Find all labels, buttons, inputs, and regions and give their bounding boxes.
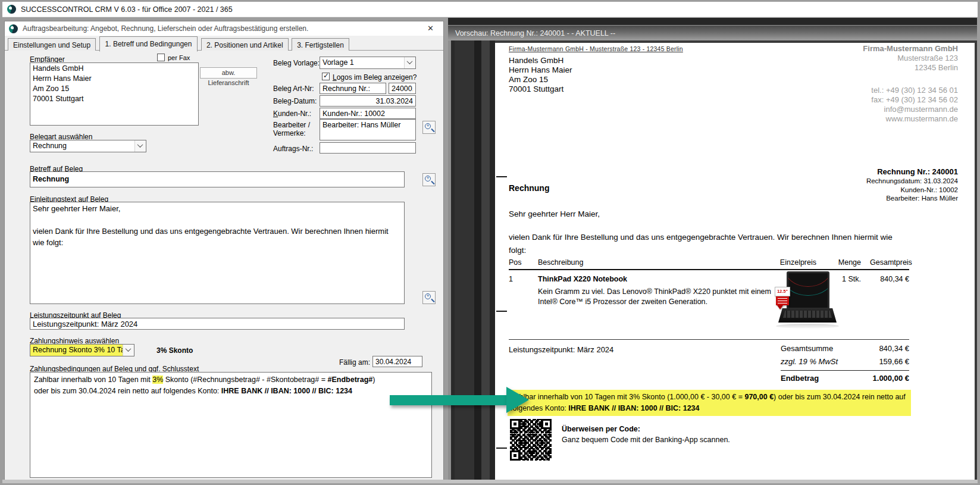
col-header-menge: Menge [825, 258, 861, 267]
app-logo-icon [7, 5, 16, 14]
laptop-shadow [776, 324, 839, 328]
fold-mark [496, 311, 507, 312]
auftrags-nr-input[interactable] [320, 142, 416, 154]
qr-caption-title: Überweisen per Code: [562, 425, 640, 433]
qr-code [509, 418, 553, 462]
beleg-art-text-input[interactable] [320, 83, 386, 94]
conditions-text: Zahlbar innerhalb von 10 Tagen mit [34, 376, 152, 384]
salutation: Sehr geehrter Herr Maier, [509, 209, 600, 218]
col-header-einzelpreis: Einzelpreis [757, 258, 816, 267]
logos-checkbox[interactable]: ✓ [322, 73, 330, 80]
chevron-down-icon[interactable] [404, 57, 415, 68]
screen: SUCCESSCONTROL CRM V 6.03 - für Office 2… [0, 0, 980, 485]
betreff-input[interactable]: Rechnung [30, 171, 405, 187]
zahlungsbedingungen-input[interactable]: Zahlbar innerhalb von 10 Tagen mit 3% Sk… [30, 372, 432, 478]
invoice-date: Rechnungsdatum: 31.03.2024 [866, 177, 958, 186]
dialog-title: Auftragsbearbeitung: Angebot, Rechnung, … [23, 24, 308, 33]
qr-caption-sub: Ganz bequem Code mit der Banking-App sca… [562, 436, 730, 444]
conditions-bank-bold: IHRE BANK // IBAN: 1000 // BIC: 1234 [221, 387, 352, 395]
bottom-bar [2, 480, 978, 483]
magnifier-icon [425, 123, 431, 129]
total-label-gesamtsumme: Gesamtsumme [781, 344, 833, 353]
document-heading: Rechnung [509, 183, 549, 193]
total-label-mwst: zzgl. 19 % MwSt [781, 357, 838, 366]
bearbeiter-input[interactable]: Bearbeiter: Hans Müller [320, 119, 416, 140]
dialog-body: Empfänger per Fax Handels GmbH Herrn Han… [5, 51, 443, 480]
per-fax-checkbox[interactable] [157, 54, 165, 61]
col-header-beschreibung: Beschreibung [538, 258, 583, 267]
abw-lieferanschrift-button[interactable]: abw. Lieferanschrift [200, 67, 257, 79]
tab-einstellungen[interactable]: Einstellungen und Setup [8, 38, 96, 51]
chevron-down-icon[interactable] [123, 345, 134, 356]
leistungszeitpunkt-input[interactable] [30, 318, 405, 330]
highlight-bank-bold: IHRE BANK // IBAN: 1000 // BIC: 1234 [568, 404, 699, 412]
annotation-arrow [390, 395, 506, 405]
item-pos: 1 [509, 275, 513, 283]
col-header-gesamtpreis: Gesamtpreis [870, 258, 909, 267]
faellig-am-label: Fällig am: [339, 358, 370, 367]
total-value-endbetrag: 1.000,00 € [840, 374, 909, 383]
einleitungstext-input[interactable]: Sehr geehrter Herr Maier, vielen Dank fü… [30, 202, 405, 304]
annotation-arrow-head [506, 387, 529, 413]
company-email: info@mustermann.de [863, 105, 958, 114]
beleg-art-nr-input[interactable] [389, 83, 416, 94]
tab-betreff-bedingungen[interactable]: 1. Betreff und Bedingungen [99, 36, 198, 52]
beleg-vorlage-value: Vorlage 1 [320, 57, 404, 68]
laptop-keyboard [783, 311, 832, 318]
company-name: Firma-Mustermann GmbH [863, 44, 958, 54]
close-icon[interactable]: ✕ [425, 23, 436, 33]
company-tel: tel.: +49 (30) 12 34 56 01 [863, 86, 958, 95]
beleg-art-label: Beleg Art-Nr: [273, 85, 314, 93]
zoom-bearbeiter-button[interactable] [422, 121, 436, 134]
totals-rule [781, 370, 909, 371]
size-badge: 12.5" [775, 287, 790, 309]
sender-line: Firma-Mustermann GmbH - Musterstraße 123… [509, 45, 683, 52]
beleg-vorlage-label: Beleg Vorlage: [273, 59, 320, 67]
leistungszeitpunkt-line: Leistungszeitpunkt: März 2024 [509, 345, 613, 354]
tab-fertigstellen[interactable]: 3. Fertigstellen [292, 38, 349, 51]
belegart-value: Rechnung [30, 140, 134, 152]
company-city: 12345 Berlin [863, 63, 958, 73]
highlight-text: Zahlbar innerhalb von 10 Tagen mit 3% Sk… [511, 393, 744, 401]
app-titlebar: SUCCESSCONTROL CRM V 6.03 - für Office 2… [2, 2, 978, 17]
fold-mark [496, 176, 507, 177]
clerk: Bearbeiter: Hans Müller [866, 194, 958, 203]
recipient-address: Handels GmbH Herrn Hans Maier Am Zoo 15 … [509, 56, 572, 94]
magnifier-icon [425, 176, 431, 182]
invoice-page: Firma-Mustermann GmbH - Musterstraße 123… [495, 43, 975, 480]
zoom-betreff-button[interactable] [422, 173, 436, 186]
fold-mark [496, 448, 507, 449]
dialog-titlebar: Auftragsbearbeitung: Angebot, Rechnung, … [5, 21, 443, 36]
dialog-logo-icon [9, 24, 18, 33]
size-badge-label: 12.5" [775, 287, 790, 296]
company-block: Firma-Mustermann GmbH Musterstraße 123 1… [863, 44, 958, 124]
beleg-vorlage-select[interactable]: Vorlage 1 [320, 57, 416, 69]
table-header-rule [509, 269, 909, 270]
tab-positionen-artikel[interactable]: 2. Positionen und Artikel [201, 38, 289, 51]
bearbeiter-label: Bearbeiter / Vermerke: [273, 121, 310, 137]
col-header-pos: Pos [509, 258, 522, 267]
highlight-bold-amount: 970,00 € [744, 393, 774, 401]
empfaenger-input[interactable]: Handels GmbH Herrn Hans Maier Am Zoo 15 … [30, 62, 199, 126]
zahlungshinweis-select[interactable]: Rechnung Skonto 3% 10 Tage [30, 344, 134, 356]
conditions-highlight: 3% [152, 376, 163, 384]
zoom-einleitung-button[interactable] [422, 291, 436, 304]
faellig-am-input[interactable] [372, 356, 422, 367]
product-image-laptop: 12.5" [775, 271, 837, 334]
belegart-select[interactable]: Rechnung [30, 140, 146, 152]
laptop-screen [787, 271, 829, 309]
skonto-note: 3% Skonto [156, 346, 193, 355]
conditions-bold: #Endbetrag# [328, 376, 373, 384]
section-divider [509, 339, 909, 340]
preview-top-strip [448, 18, 977, 25]
chevron-down-icon[interactable] [134, 140, 146, 152]
customer-number: Kunden-Nr.: 10002 [866, 186, 958, 195]
kunden-nr-input[interactable] [320, 108, 416, 119]
beleg-datum-input[interactable] [320, 95, 416, 107]
intro-paragraph: vielen Dank für Ihre Bestellung und das … [509, 231, 911, 257]
preview-titlebar: Vorschau: Rechnung Nr.: 240001 - - AKTUE… [448, 25, 977, 40]
app-title: SUCCESSCONTROL CRM V 6.03 - für Office 2… [21, 5, 233, 14]
company-web: www.mustermann.de [863, 114, 958, 124]
preview-frame [448, 40, 495, 480]
beleg-datum-label: Beleg-Datum: [273, 97, 317, 105]
